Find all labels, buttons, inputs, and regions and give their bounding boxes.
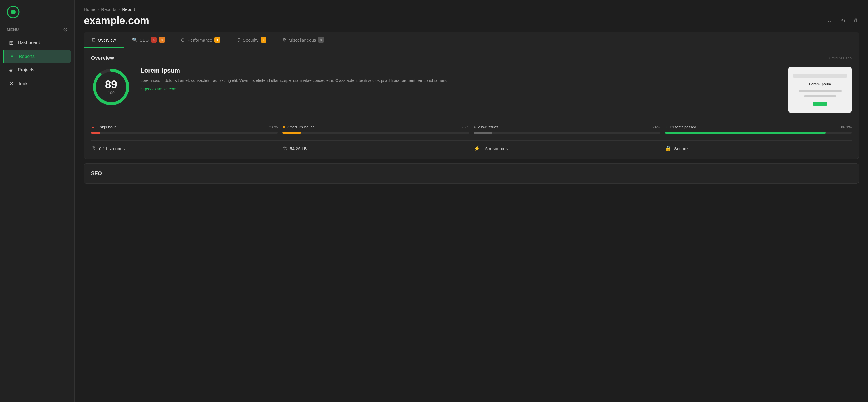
passed-issue-icon: ✓ xyxy=(665,125,669,129)
overview-site-link[interactable]: https://example.com/ xyxy=(141,87,178,91)
tabs: ⊟ Overview 🔍 SEO 1 1 ⏱ Performance 1 🛡 S… xyxy=(84,32,859,48)
overview-panel-time: 7 minutes ago xyxy=(828,56,851,60)
security-tab-label: Security xyxy=(243,38,258,42)
passed-issue-text: 31 tests passed xyxy=(670,125,696,129)
preview-button xyxy=(813,102,827,106)
performance-badge: 1 xyxy=(215,37,220,43)
print-button[interactable]: ⎙ xyxy=(852,16,859,26)
overview-site-title: Lorem Ipsum xyxy=(141,67,779,74)
security-stat-icon: 🔒 xyxy=(665,145,671,152)
sidebar-item-label: Reports xyxy=(19,54,35,59)
seo-badge-1: 1 xyxy=(151,37,157,43)
seo-tab-label: SEO xyxy=(140,38,149,42)
size-stat-value: 54.26 kB xyxy=(290,146,307,151)
preview-header-bar xyxy=(793,74,847,78)
breadcrumb-home[interactable]: Home xyxy=(84,7,95,12)
tools-icon: ✕ xyxy=(8,81,14,87)
seo-tab-icon: 🔍 xyxy=(132,37,137,42)
medium-issue-bar-container xyxy=(282,132,469,133)
low-issue-bar xyxy=(474,132,492,133)
issue-high: ▲ 1 high issue 2.8% xyxy=(91,125,278,133)
score-circle: 89 100 xyxy=(91,67,131,107)
low-issue-icon: ● xyxy=(474,125,476,129)
preview-line-1 xyxy=(799,90,842,92)
score-center: 89 100 xyxy=(105,79,117,95)
issue-low: ● 2 low issues 5.6% xyxy=(474,125,660,133)
overview-text: Lorem Ipsum Lorem ipsum dolor sit amet, … xyxy=(141,67,779,92)
breadcrumb-sep-1: › xyxy=(98,7,99,11)
stats-row: ⏱ 0.11 seconds ⚖ 54.26 kB ⚡ 15 resources… xyxy=(91,141,851,152)
sidebar-item-dashboard[interactable]: ⊞ Dashboard xyxy=(3,36,71,50)
time-stat-value: 0.11 seconds xyxy=(99,146,125,151)
sidebar-menu-header: MENU ⊙ xyxy=(0,24,74,36)
breadcrumb-sep-2: › xyxy=(119,7,120,11)
size-stat-icon: ⚖ xyxy=(282,145,287,152)
site-preview-thumbnail: Lorem Ipsum xyxy=(788,67,851,113)
security-badge: 1 xyxy=(261,37,267,43)
tab-seo[interactable]: 🔍 SEO 1 1 xyxy=(124,32,173,48)
overview-panel-title: Overview xyxy=(91,55,114,61)
low-issue-bar-container xyxy=(474,132,660,133)
resources-stat-value: 15 resources xyxy=(483,146,508,151)
passed-issue-bar-container xyxy=(665,132,851,133)
seo-panel: SEO xyxy=(84,163,859,184)
preview-title: Lorem Ipsum xyxy=(809,82,831,86)
issue-passed-label: ✓ 31 tests passed xyxy=(665,125,696,129)
low-issue-percent: 5.6% xyxy=(652,125,660,129)
sidebar-item-tools[interactable]: ✕ Tools xyxy=(3,77,71,90)
tab-performance[interactable]: ⏱ Performance 1 xyxy=(173,32,228,48)
high-issue-bar-container xyxy=(91,132,278,133)
resources-stat-icon: ⚡ xyxy=(474,145,480,152)
performance-tab-label: Performance xyxy=(187,38,212,42)
issue-high-label-row: ▲ 1 high issue 2.8% xyxy=(91,125,278,129)
header-actions: ··· ↻ ⎙ xyxy=(826,16,859,26)
settings-icon[interactable]: ⊙ xyxy=(63,26,67,33)
medium-issue-percent: 5.6% xyxy=(461,125,469,129)
passed-issue-bar xyxy=(665,132,826,133)
security-tab-icon: 🛡 xyxy=(236,38,241,42)
sidebar-item-projects[interactable]: ◈ Projects xyxy=(3,63,71,77)
overview-description: Lorem ipsum dolor sit amet, consectetur … xyxy=(141,77,779,84)
reports-icon: ≡ xyxy=(9,53,15,59)
low-issue-text: 2 low issues xyxy=(478,125,498,129)
tab-miscellaneous[interactable]: ⚙ Miscellaneous 1 xyxy=(275,32,332,48)
breadcrumb-reports[interactable]: Reports xyxy=(101,7,116,12)
overview-content: 89 100 Lorem Ipsum Lorem ipsum dolor sit… xyxy=(91,67,851,113)
sidebar: MENU ⊙ ⊞ Dashboard ≡ Reports ◈ Projects … xyxy=(0,0,75,402)
issue-medium-label: ■ 2 medium issues xyxy=(282,125,314,129)
seo-badge-2: 1 xyxy=(159,37,165,43)
tab-overview[interactable]: ⊟ Overview xyxy=(84,32,124,48)
high-issue-icon: ▲ xyxy=(91,125,95,129)
page-header: example.com ··· ↻ ⎙ xyxy=(84,14,859,27)
high-issue-bar xyxy=(91,132,100,133)
sidebar-menu-label: MENU xyxy=(7,28,19,32)
seo-panel-title: SEO xyxy=(91,171,851,177)
overview-tab-label: Overview xyxy=(98,38,116,42)
miscellaneous-badge: 1 xyxy=(318,37,324,43)
issue-passed-label-row: ✓ 31 tests passed 86.1% xyxy=(665,125,851,129)
sidebar-logo xyxy=(0,0,74,24)
refresh-button[interactable]: ↻ xyxy=(839,16,847,26)
issue-passed: ✓ 31 tests passed 86.1% xyxy=(665,125,851,133)
time-stat-icon: ⏱ xyxy=(91,146,96,152)
performance-tab-icon: ⏱ xyxy=(181,38,185,42)
page-title: example.com xyxy=(84,14,149,27)
sidebar-item-label: Projects xyxy=(18,67,34,73)
high-issue-percent: 2.8% xyxy=(269,125,278,129)
stat-time: ⏱ 0.11 seconds xyxy=(91,145,278,152)
medium-issue-icon: ■ xyxy=(282,125,284,129)
overview-tab-icon: ⊟ xyxy=(92,37,96,42)
issue-high-label: ▲ 1 high issue xyxy=(91,125,117,129)
breadcrumb: Home › Reports › Report xyxy=(84,7,859,12)
sidebar-item-label: Tools xyxy=(18,81,28,86)
sidebar-item-reports[interactable]: ≡ Reports xyxy=(3,50,71,63)
score-number: 89 xyxy=(105,79,117,90)
dashboard-icon: ⊞ xyxy=(8,40,14,46)
issue-medium-label-row: ■ 2 medium issues 5.6% xyxy=(282,125,469,129)
miscellaneous-tab-icon: ⚙ xyxy=(282,37,286,42)
security-stat-value: Secure xyxy=(674,146,688,151)
more-options-button[interactable]: ··· xyxy=(826,16,834,26)
svg-point-1 xyxy=(11,10,16,14)
passed-issue-percent: 86.1% xyxy=(841,125,851,129)
tab-security[interactable]: 🛡 Security 1 xyxy=(228,32,275,48)
